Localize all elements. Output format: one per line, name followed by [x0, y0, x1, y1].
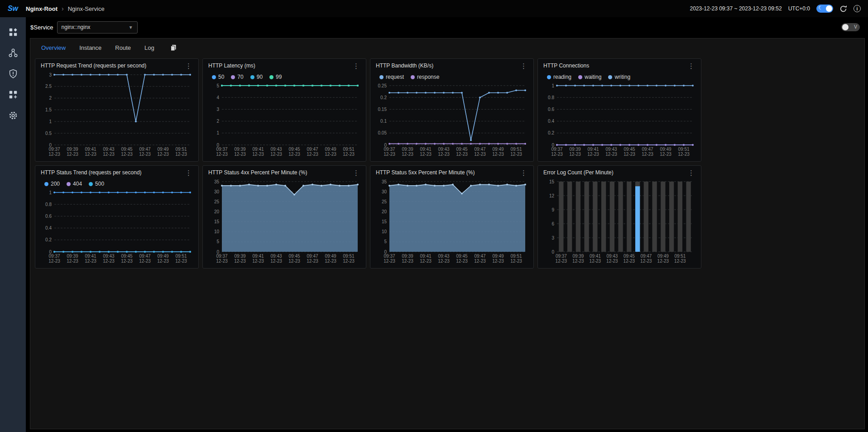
- legend-item-request[interactable]: request: [379, 74, 404, 80]
- toggle-knob: [826, 5, 832, 12]
- chart-canvas[interactable]: 0369121509:3712-2309:3912-2309:4112-2309…: [542, 178, 697, 265]
- tab-log[interactable]: Log: [144, 44, 154, 51]
- svg-text:09:39: 09:39: [402, 254, 413, 259]
- view-mode-label: V: [854, 24, 857, 29]
- legend-item-99[interactable]: 99: [269, 74, 282, 80]
- refresh-button[interactable]: [839, 5, 847, 13]
- sidebar-item-marketplace[interactable]: [0, 84, 26, 105]
- legend-item-waiting[interactable]: waiting: [578, 74, 601, 80]
- svg-text:12-23: 12-23: [384, 259, 395, 264]
- svg-text:12-23: 12-23: [420, 259, 432, 264]
- svg-text:12-23: 12-23: [48, 259, 60, 264]
- chart-menu-button[interactable]: ⋮: [686, 169, 696, 176]
- breadcrumb: Nginx-Root › Nginx-Service: [26, 5, 105, 12]
- chart-canvas[interactable]: 00.20.40.60.8109:3712-2309:3912-2309:411…: [39, 189, 195, 265]
- svg-text:12-23: 12-23: [216, 259, 228, 264]
- svg-text:2: 2: [216, 119, 219, 124]
- chart-canvas[interactable]: 00.511.522.5309:3712-2309:3912-2309:4112…: [39, 72, 195, 158]
- svg-text:09:39: 09:39: [402, 147, 413, 152]
- svg-text:15: 15: [214, 219, 220, 224]
- legend-label: writing: [614, 74, 630, 80]
- header-right: 2023-12-23 09:37 ~ 2023-12-23 09:52 UTC+…: [690, 5, 868, 13]
- legend-item-reading[interactable]: reading: [547, 74, 571, 80]
- svg-text:09:51: 09:51: [510, 147, 522, 152]
- chart-canvas[interactable]: 0510152025303509:3712-2309:3912-2309:411…: [374, 178, 530, 265]
- svg-text:09:41: 09:41: [85, 147, 96, 152]
- legend-item-500[interactable]: 500: [89, 181, 104, 187]
- chart-menu-button[interactable]: ⋮: [183, 169, 194, 176]
- svg-text:09:47: 09:47: [642, 147, 653, 152]
- legend-dot: [608, 75, 612, 79]
- info-icon[interactable]: i: [854, 5, 861, 12]
- svg-text:09:45: 09:45: [623, 147, 635, 152]
- svg-text:12-23: 12-23: [252, 152, 264, 157]
- chart-canvas[interactable]: 01234509:3712-2309:3912-2309:4112-2309:4…: [206, 82, 362, 158]
- svg-text:09:45: 09:45: [121, 254, 132, 259]
- chart-menu-button[interactable]: ⋮: [183, 62, 194, 69]
- tab-overview[interactable]: Overview: [41, 44, 66, 51]
- legend-label: 99: [276, 74, 282, 80]
- legend-item-404[interactable]: 404: [67, 181, 82, 187]
- svg-text:09:37: 09:37: [48, 254, 60, 259]
- legend-item-70[interactable]: 70: [231, 74, 243, 80]
- chart-card: HTTP Connections⋮readingwaitingwriting00…: [537, 58, 701, 162]
- chart-menu-button[interactable]: ⋮: [518, 169, 529, 176]
- sidebar: [0, 17, 26, 432]
- svg-text:12-23: 12-23: [492, 259, 504, 264]
- app-logo[interactable]: Sw: [0, 5, 26, 13]
- sidebar-item-dashboards[interactable]: [0, 22, 26, 43]
- svg-text:12-23: 12-23: [234, 152, 246, 157]
- svg-text:12-23: 12-23: [157, 259, 169, 264]
- breadcrumb-root[interactable]: Nginx-Root: [26, 5, 58, 12]
- legend-dot: [44, 182, 48, 186]
- svg-text:09:51: 09:51: [343, 254, 354, 259]
- svg-text:3: 3: [49, 72, 52, 77]
- svg-text:12-23: 12-23: [325, 259, 336, 264]
- tab-instance[interactable]: Instance: [79, 44, 101, 51]
- tab-route[interactable]: Route: [115, 44, 131, 51]
- chart-menu-button[interactable]: ⋮: [351, 169, 361, 176]
- svg-text:12-23: 12-23: [307, 259, 318, 264]
- svg-text:09:49: 09:49: [492, 254, 504, 259]
- service-select[interactable]: nginx::nginx ▼: [57, 21, 138, 34]
- legend-item-50[interactable]: 50: [212, 74, 224, 80]
- dashboard-container: OverviewInstanceRouteLog HTTP Request Tr…: [30, 38, 865, 429]
- svg-text:0.5: 0.5: [45, 131, 52, 136]
- timezone-label[interactable]: UTC+0:0: [788, 5, 810, 12]
- svg-text:12-23: 12-23: [623, 152, 635, 157]
- sidebar-item-settings[interactable]: [0, 105, 26, 126]
- svg-text:0.8: 0.8: [548, 95, 554, 100]
- copy-icon[interactable]: [170, 44, 177, 51]
- svg-text:3: 3: [551, 235, 554, 240]
- chart-canvas[interactable]: 00.050.10.150.20.2509:3712-2309:3912-230…: [374, 82, 530, 158]
- sidebar-item-alerting[interactable]: [0, 63, 26, 84]
- legend-item-response[interactable]: response: [411, 74, 439, 80]
- legend-item-writing[interactable]: writing: [608, 74, 630, 80]
- svg-text:12-23: 12-23: [556, 259, 567, 264]
- chart-canvas[interactable]: 00.20.40.60.8109:3712-2309:3912-2309:411…: [542, 82, 697, 158]
- edit-mode-toggle[interactable]: V: [841, 23, 860, 31]
- svg-text:0.15: 0.15: [378, 107, 387, 112]
- chart-title: HTTP Request Trend (requests per second): [41, 62, 146, 69]
- legend-item-200[interactable]: 200: [44, 181, 60, 187]
- theme-toggle[interactable]: ☾: [816, 5, 833, 13]
- chart-menu-button[interactable]: ⋮: [518, 62, 529, 69]
- chart-menu-button[interactable]: ⋮: [351, 62, 361, 69]
- svg-text:12-23: 12-23: [642, 152, 653, 157]
- time-range-picker[interactable]: 2023-12-23 09:37 ~ 2023-12-23 09:52: [690, 5, 782, 12]
- svg-text:12-23: 12-23: [307, 152, 318, 157]
- svg-text:12-23: 12-23: [605, 152, 617, 157]
- chart-menu-button[interactable]: ⋮: [686, 62, 696, 69]
- svg-text:09:51: 09:51: [175, 147, 187, 152]
- chart-card: HTTP Latency (ms)⋮5070909901234509:3712-…: [202, 58, 366, 162]
- legend-item-90[interactable]: 90: [250, 74, 263, 80]
- breadcrumb-current[interactable]: Nginx-Service: [68, 5, 105, 12]
- legend-dot: [231, 75, 235, 79]
- sidebar-item-topology[interactable]: [0, 43, 26, 63]
- chart-title: HTTP Connections: [543, 62, 589, 69]
- svg-text:12-23: 12-23: [48, 152, 60, 157]
- chart-canvas[interactable]: 0510152025303509:3712-2309:3912-2309:411…: [206, 178, 362, 265]
- dashboards-icon: [8, 27, 18, 37]
- svg-text:09:49: 09:49: [657, 254, 669, 259]
- chart-card: HTTP Status 5xx Percent Per Minute (%)⋮0…: [370, 165, 534, 269]
